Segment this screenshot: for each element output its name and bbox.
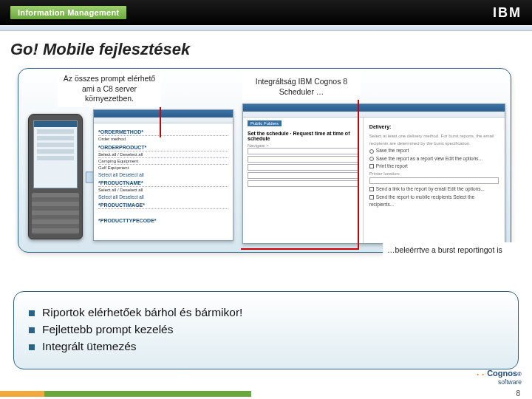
slide-title: Go! Mobile fejlesztések [0, 31, 532, 65]
bullet-text: Integrált ütemezés [42, 340, 137, 353]
opt-row: Save the report [369, 147, 499, 154]
callout-line-2v [358, 80, 359, 250]
bullet-item: Integrált ütemezés [29, 340, 503, 353]
bullet-icon [29, 344, 35, 350]
callout-scheduler: Integráltság IBM Cognos 8 Scheduler … [242, 74, 361, 100]
delivery-desc: Select at least one delivery method. For… [369, 133, 499, 147]
prompt-row: Golf Equipment [98, 164, 228, 171]
bullet-text: Fejlettebb prompt kezelés [42, 323, 173, 336]
prompt-head-4: *PRODUCTIMAGE* [98, 202, 228, 208]
prompt-row: Camping Equipment [98, 157, 228, 164]
delivery-head: Delivery: [369, 123, 499, 131]
scheduler-window: Public Folders Set the schedule · Reques… [242, 103, 505, 244]
bullets-panel: Riportok elérhetőek bárhol és bármikor! … [13, 291, 519, 369]
prompt-row: Select all / Deselect all [98, 186, 228, 193]
top-bar: Information Management IBM [0, 0, 532, 25]
illustration-area: Az összes prompt elérhető ami a C8 serve… [13, 68, 519, 275]
opt-label: Printer location: [369, 171, 499, 178]
bullet-icon [29, 310, 35, 316]
mobile-screen [33, 120, 78, 188]
bullet-item: Riportok elérhetőek bárhol és bármikor! [29, 306, 503, 319]
opt-row: Save the report as a report view Edit th… [369, 155, 499, 163]
bullet-item: Fejlettebb prompt kezelés [29, 323, 503, 336]
callout-prompts: Az összes prompt elérhető ami a C8 serve… [58, 71, 161, 107]
callout-line-2h [241, 248, 359, 250]
mobile-keyboard [32, 193, 79, 234]
prompt-window: *ORDERMETHOD* Order method *ORDERPRODUCT… [93, 109, 233, 241]
opt-row: Send a link to the report by email Edit … [369, 185, 499, 193]
prompt-row [98, 208, 228, 215]
folder-tag: Public Folders [248, 120, 282, 126]
sub-bar [0, 25, 532, 31]
info-mgmt-badge: Information Management [10, 6, 126, 19]
ibm-logo: IBM [493, 5, 522, 21]
sched-subtitle: Set the schedule · Request time at time … [248, 131, 358, 141]
bullet-text: Riportok elérhetőek bárhol és bármikor! [42, 306, 242, 319]
bullet-icon [29, 327, 35, 333]
prompt-link: Select all Deselect all [98, 194, 228, 200]
prompt-head-2: *ORDERPRODUCT* [98, 145, 228, 150]
prompt-head-5: *PRODUCTTYPECODE* [98, 218, 228, 223]
prompt-head-3: *PRODUCTNAME* [98, 180, 228, 185]
prompt-link: Select all Deselect all [98, 172, 228, 177]
prompt-row: Order method [98, 135, 228, 142]
cognos-logo: • • Cognos® software [477, 369, 522, 386]
prompt-head-1: *ORDERMETHOD* [98, 129, 228, 134]
opt-row: Send the report to mobile recipients Sel… [369, 194, 499, 209]
prompt-row: Select all / Deselect all [98, 151, 228, 157]
footer-stripe [0, 391, 251, 397]
callout-burst: …beleérrtve a burst reportingot is [383, 242, 519, 259]
mobile-device [28, 114, 83, 239]
page-number: 8 [516, 389, 520, 398]
footer: • • Cognos® software 8 [0, 378, 532, 399]
opt-row: Print the report [369, 163, 499, 170]
